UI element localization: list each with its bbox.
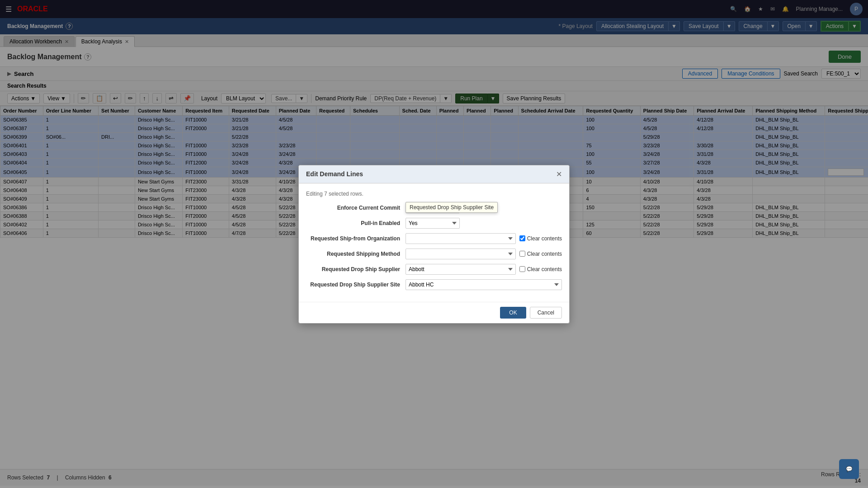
chat-fab[interactable]: 💬 (839, 459, 859, 479)
drop-ship-site-label: Requested Drop Ship Supplier Site (306, 282, 406, 288)
modal-close-button[interactable]: ✕ (556, 170, 562, 178)
enforce-commit-label: Enforce Current Commit (306, 205, 406, 211)
ship-from-row: Requested Ship-from Organization Clear c… (306, 233, 562, 244)
shipping-method-label: Requested Shipping Method (306, 251, 406, 257)
pullin-label: Pull-in Enabled (306, 220, 406, 226)
modal-header: Edit Demand Lines ✕ (299, 165, 569, 183)
shipping-method-clear[interactable]: Clear contents (519, 251, 562, 257)
drop-ship-clear[interactable]: Clear contents (519, 266, 562, 272)
ship-from-select[interactable] (406, 233, 516, 244)
ok-button[interactable]: OK (500, 307, 526, 319)
ship-from-clear[interactable]: Clear contents (519, 235, 562, 242)
modal-subtitle: Editing 7 selected rows. (306, 191, 562, 197)
drop-ship-site-select[interactable]: Abbott HC (406, 279, 562, 290)
drop-ship-checkbox[interactable] (519, 266, 525, 272)
chat-icon: 💬 (846, 466, 853, 472)
pullin-select[interactable]: Yes No (406, 218, 460, 229)
drop-ship-site-row: Requested Drop Ship Supplier Site Abbott… (306, 279, 562, 290)
drop-ship-label: Requested Drop Ship Supplier (306, 266, 406, 272)
ship-from-label: Requested Ship-from Organization (306, 235, 406, 242)
drop-ship-row: Requested Drop Ship Supplier Abbott Clea… (306, 264, 562, 275)
tooltip-box: Requested Drop Ship Supplier Site (406, 202, 498, 213)
drop-ship-clear-label: Clear contents (527, 266, 562, 272)
pullin-row: Pull-in Enabled Yes No Requested Drop Sh… (306, 218, 562, 229)
edit-demand-lines-modal: Edit Demand Lines ✕ Editing 7 selected r… (298, 165, 570, 324)
modal-footer: OK Cancel (299, 302, 569, 323)
modal-body: Editing 7 selected rows. Enforce Current… (299, 183, 569, 302)
shipping-method-checkbox[interactable] (519, 251, 525, 257)
drop-ship-select[interactable]: Abbott (406, 264, 516, 275)
modal-title: Edit Demand Lines (306, 170, 363, 178)
modal-overlay[interactable]: Edit Demand Lines ✕ Editing 7 selected r… (0, 0, 868, 488)
shipping-method-select[interactable] (406, 249, 516, 259)
ship-from-checkbox[interactable] (519, 235, 525, 241)
shipping-method-clear-label: Clear contents (527, 251, 562, 257)
shipping-method-row: Requested Shipping Method Clear contents (306, 249, 562, 259)
cancel-button[interactable]: Cancel (530, 307, 562, 319)
ship-from-clear-label: Clear contents (527, 235, 562, 242)
